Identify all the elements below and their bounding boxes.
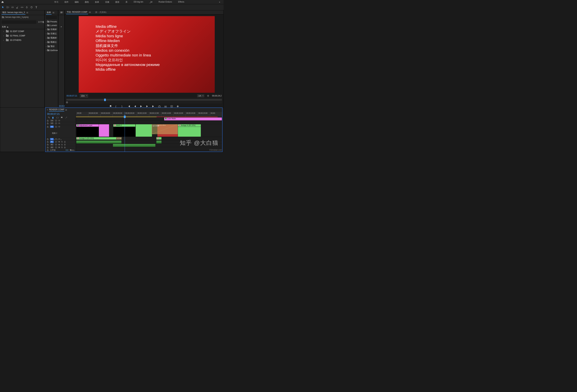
project-search-input[interactable] bbox=[1, 20, 36, 24]
nest-icon[interactable] bbox=[47, 117, 49, 119]
timeline-ruler[interactable]: ;00;0000;00;02;0000;00;04;0000;00;06;000… bbox=[76, 112, 222, 117]
panel-menu-icon[interactable] bbox=[65, 109, 67, 110]
timeline-tracks-area[interactable]: ;00;0000;00;02;0000;00;04;0000;00;06;000… bbox=[76, 112, 222, 152]
sync-lock-icon[interactable] bbox=[55, 143, 57, 145]
step-back-icon[interactable] bbox=[134, 105, 136, 107]
lock-icon[interactable] bbox=[47, 143, 49, 145]
master-level[interactable]: 0.0 bbox=[66, 149, 68, 151]
clip-green[interactable] bbox=[136, 124, 152, 137]
razor-tool[interactable] bbox=[16, 6, 19, 9]
mic-icon[interactable] bbox=[64, 146, 66, 148]
lock-icon[interactable] bbox=[47, 146, 49, 148]
go-to-out-icon[interactable] bbox=[152, 105, 154, 107]
zoom-handle[interactable] bbox=[66, 102, 68, 103]
overflow-icon[interactable]: » bbox=[217, 0, 222, 4]
bin-item[interactable]: ›01 EDIT COMP bbox=[0, 29, 44, 34]
eye-icon[interactable] bbox=[58, 122, 60, 124]
clip-black[interactable] bbox=[113, 127, 135, 137]
clip-main2[interactable]: fxMAIN 2 bbox=[113, 124, 135, 127]
track-a1[interactable] bbox=[76, 140, 222, 144]
audio-clip[interactable] bbox=[76, 141, 121, 143]
program-tab[interactable]: 节目: RENDER COMP bbox=[66, 10, 88, 14]
program-ruler[interactable] bbox=[66, 98, 222, 104]
track-header-a3[interactable]: A3 M S bbox=[45, 146, 76, 149]
settings-icon[interactable] bbox=[207, 95, 209, 97]
home-icon[interactable] bbox=[1, 1, 4, 3]
panel-menu-icon[interactable] bbox=[27, 12, 28, 13]
ws-tab[interactable]: 编辑 bbox=[72, 0, 82, 4]
ws-tab[interactable]: 库 bbox=[122, 0, 131, 4]
lift-icon[interactable] bbox=[158, 105, 161, 107]
track-v3[interactable] bbox=[76, 121, 222, 124]
clip-footage-v1[interactable]: fxfootage fx [83.33%] bbox=[76, 137, 116, 140]
step-forward-icon[interactable] bbox=[146, 105, 148, 107]
preset-folder[interactable]: ›Presets bbox=[45, 20, 58, 24]
preset-folder[interactable]: ›音频过; bbox=[45, 32, 58, 36]
export-frame-icon[interactable] bbox=[171, 105, 173, 107]
lock-icon[interactable] bbox=[47, 138, 49, 140]
track-master[interactable] bbox=[76, 150, 222, 152]
track-header-a1[interactable]: A1 M S bbox=[45, 141, 76, 143]
extract-icon[interactable] bbox=[164, 105, 167, 107]
sync-lock-icon[interactable] bbox=[55, 146, 57, 148]
eye-icon[interactable] bbox=[58, 138, 60, 140]
clip-green[interactable] bbox=[178, 127, 201, 137]
track-select-tool[interactable] bbox=[6, 6, 9, 9]
bin-item[interactable]: ›03 OTHERS bbox=[0, 38, 44, 42]
panel-menu-icon[interactable] bbox=[53, 12, 54, 13]
lock-icon[interactable] bbox=[47, 120, 49, 122]
track-header-master[interactable]: 主声道 0.0 �ись bbox=[45, 149, 76, 152]
effects-tab[interactable]: 效果 bbox=[46, 11, 52, 15]
ws-tab[interactable]: 学习 bbox=[51, 0, 61, 4]
ws-tab[interactable]: 颜色 bbox=[82, 0, 92, 4]
track-a2[interactable] bbox=[76, 144, 222, 147]
mute-button[interactable]: M bbox=[58, 143, 60, 146]
track-header-a2[interactable]: A2 M S bbox=[45, 143, 76, 146]
source-tab[interactable]: 源:（无剪辑） bbox=[95, 11, 108, 14]
clip-adjustment[interactable]: fxAdjustment Layer bbox=[76, 124, 99, 127]
ws-tab[interactable]: Ruslan Enduro bbox=[155, 0, 175, 4]
mute-button[interactable]: M bbox=[58, 146, 60, 148]
in-point-icon[interactable]: { bbox=[115, 105, 118, 107]
project-tab[interactable]: 项目: heroes logo intro_3 bbox=[1, 11, 25, 15]
preset-folder[interactable]: ›音频效! bbox=[45, 27, 58, 32]
audio-clip[interactable] bbox=[156, 141, 161, 143]
preset-folder[interactable]: ›Шаблон bbox=[45, 48, 58, 52]
track-header-v3[interactable]: V3 bbox=[45, 122, 76, 125]
solo-button[interactable]: S bbox=[61, 141, 62, 143]
ws-tab[interactable]: _jw bbox=[146, 0, 155, 4]
ws-tab[interactable]: DD-big bin bbox=[131, 0, 146, 4]
playhead-marker[interactable] bbox=[104, 99, 106, 101]
mic-icon[interactable] bbox=[64, 141, 66, 143]
track-v2[interactable]: fxAdjustment Layer fxMAIN 2 media offlin… bbox=[76, 124, 222, 137]
track-header-v1[interactable]: V1 bbox=[45, 138, 76, 141]
clip-color-matte[interactable]: fxColor Matte bbox=[164, 117, 222, 120]
track-header-v4[interactable]: V4 bbox=[45, 119, 76, 122]
current-timecode[interactable]: 00;00;07;21 bbox=[67, 95, 77, 97]
clip-magenta[interactable] bbox=[99, 124, 109, 137]
lock-icon[interactable] bbox=[47, 126, 49, 128]
bin-item[interactable]: ›02 FINAL COMP bbox=[0, 34, 44, 38]
mic-icon[interactable] bbox=[64, 143, 66, 145]
zoom-dropdown[interactable]: 适合 bbox=[80, 94, 88, 98]
track-v1[interactable]: fxfootage fx [83.33%] 交叉溶 fx bbox=[76, 137, 222, 140]
track-a3[interactable] bbox=[76, 147, 222, 150]
clip-cross-dissolve[interactable]: 交叉溶解 bbox=[152, 124, 178, 134]
clip-transition[interactable]: 交叉溶 bbox=[116, 137, 122, 140]
arrow-right-icon[interactable]: ▸ bbox=[61, 25, 62, 28]
mute-button[interactable]: M bbox=[58, 141, 60, 143]
lock-icon[interactable] bbox=[47, 149, 49, 151]
name-column-header[interactable]: 名称 bbox=[0, 25, 44, 29]
ws-tab[interactable]: 音频 bbox=[102, 0, 112, 4]
slip-tool[interactable] bbox=[21, 6, 23, 9]
snap-icon[interactable] bbox=[52, 117, 54, 119]
sync-lock-icon[interactable] bbox=[55, 141, 57, 143]
playhead[interactable] bbox=[125, 112, 125, 152]
marker-tl-icon[interactable] bbox=[61, 117, 63, 119]
clip-black[interactable] bbox=[76, 127, 99, 137]
clip-green-v1[interactable]: fx bbox=[156, 137, 161, 140]
close-sequence-icon[interactable]: × bbox=[47, 109, 48, 111]
ws-tab[interactable]: 组件 bbox=[61, 0, 72, 4]
ripple-edit-tool[interactable] bbox=[11, 6, 14, 9]
sync-lock-icon[interactable] bbox=[55, 122, 57, 124]
